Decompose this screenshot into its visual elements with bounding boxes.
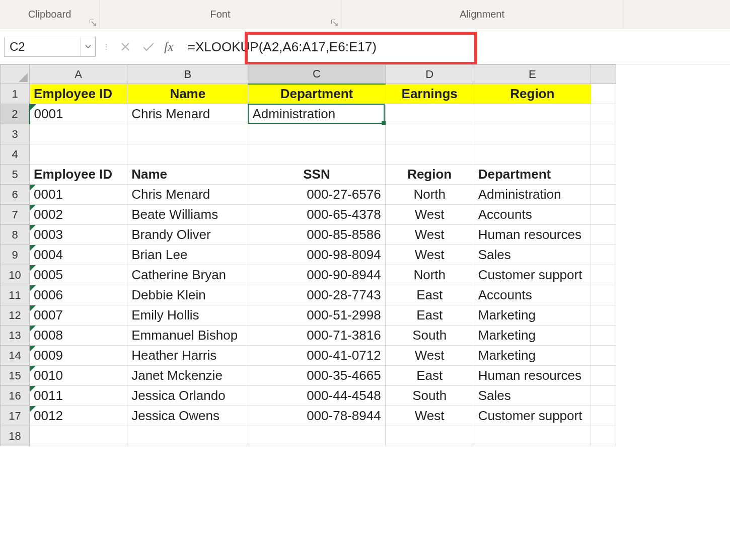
cell[interactable] [127,124,248,144]
cell[interactable]: Marketing [474,346,591,366]
cell[interactable]: Emily Hollis [127,305,248,326]
cell[interactable]: Heather Harris [127,346,248,366]
cell[interactable] [248,144,385,165]
cell[interactable]: Brandy Oliver [127,225,248,245]
cell[interactable]: West [385,346,474,366]
cell[interactable] [591,124,616,144]
cell[interactable]: SSN [248,165,385,185]
cell[interactable] [385,124,474,144]
cell[interactable]: Sales [474,245,591,265]
cell[interactable]: 000-35-4665 [248,366,385,386]
cell[interactable]: Jessica Owens [127,406,248,426]
row-header[interactable]: 1 [1,84,30,104]
cell[interactable]: Region [385,165,474,185]
cell[interactable]: 0001 [30,104,127,124]
cell[interactable]: Human resources [474,225,591,245]
cell[interactable] [127,144,248,165]
cell[interactable]: 0009 [30,346,127,366]
cell[interactable]: 000-27-6576 [248,185,385,205]
row-header[interactable]: 2 [1,104,30,124]
cell[interactable]: Region [474,84,591,104]
name-box[interactable] [4,37,96,57]
cell[interactable]: 000-44-4548 [248,386,385,406]
row-header[interactable]: 5 [1,165,30,185]
cell[interactable] [474,104,591,124]
cell[interactable]: East [385,285,474,305]
name-box-input[interactable] [5,37,80,56]
row-header[interactable]: 14 [1,346,30,366]
cell[interactable]: 000-85-8586 [248,225,385,245]
cell[interactable]: 000-98-8094 [248,245,385,265]
cell[interactable]: Customer support [474,265,591,285]
col-header-C[interactable]: C [248,65,385,84]
cell[interactable]: 000-71-3816 [248,326,385,346]
select-all-cell[interactable] [1,65,30,84]
cell[interactable] [591,386,616,406]
cell[interactable] [591,84,616,104]
col-header-E[interactable]: E [474,65,591,84]
cell[interactable]: South [385,326,474,346]
cell[interactable]: Name [127,84,248,104]
cell[interactable]: Accounts [474,285,591,305]
cell[interactable] [591,285,616,305]
row-header[interactable]: 7 [1,205,30,225]
cell[interactable] [591,426,616,446]
col-header-B[interactable]: B [127,65,248,84]
cell[interactable]: 000-41-0712 [248,346,385,366]
row-header[interactable]: 12 [1,305,30,326]
cell-active[interactable]: Administration [248,104,385,124]
cell[interactable]: 000-28-7743 [248,285,385,305]
cell[interactable]: West [385,225,474,245]
row-header[interactable]: 6 [1,185,30,205]
cell[interactable] [474,124,591,144]
col-header-D[interactable]: D [385,65,474,84]
cell[interactable]: 0012 [30,406,127,426]
cell[interactable]: Accounts [474,205,591,225]
col-header-A[interactable]: A [30,65,127,84]
cell[interactable]: 0008 [30,326,127,346]
formula-bar-splitter[interactable]: ⋮ [102,37,111,57]
cell[interactable] [591,144,616,165]
cell[interactable]: 000-51-2998 [248,305,385,326]
cell[interactable] [591,326,616,346]
cell[interactable] [30,124,127,144]
cell[interactable]: Marketing [474,326,591,346]
cell[interactable]: Jessica Orlando [127,386,248,406]
col-header-F[interactable] [591,65,616,84]
row-header[interactable]: 3 [1,124,30,144]
cell[interactable]: Earnings [385,84,474,104]
row-header[interactable]: 13 [1,326,30,346]
cell[interactable]: 0005 [30,265,127,285]
cell[interactable]: West [385,406,474,426]
cell[interactable]: Beate Williams [127,205,248,225]
cell[interactable]: 0001 [30,185,127,205]
cell[interactable]: Employee ID [30,165,127,185]
cancel-button[interactable] [114,37,137,57]
row-header[interactable]: 10 [1,265,30,285]
cell[interactable] [474,426,591,446]
cell[interactable]: Employee ID [30,84,127,104]
cell[interactable]: Chris Menard [127,185,248,205]
cell[interactable]: Brian Lee [127,245,248,265]
worksheet[interactable]: A B C D E 1 Employee ID Name Department … [0,64,730,446]
formula-input[interactable]: =XLOOKUP(A2,A6:A17,E6:E17) [179,37,730,57]
cell[interactable]: East [385,305,474,326]
row-header[interactable]: 9 [1,245,30,265]
cell[interactable]: 0010 [30,366,127,386]
cell[interactable] [30,144,127,165]
cell[interactable] [591,346,616,366]
cell[interactable]: Emmanuel Bishop [127,326,248,346]
cell[interactable]: West [385,205,474,225]
cell[interactable]: 0006 [30,285,127,305]
dialog-launcher-icon[interactable] [331,19,338,26]
cell[interactable]: Name [127,165,248,185]
row-header[interactable]: 8 [1,225,30,245]
cell[interactable] [385,144,474,165]
row-header[interactable]: 17 [1,406,30,426]
cell[interactable] [30,426,127,446]
cell[interactable] [591,104,616,124]
cell[interactable]: 000-90-8944 [248,265,385,285]
cell[interactable]: Human resources [474,366,591,386]
cell[interactable] [248,426,385,446]
cell[interactable] [591,406,616,426]
